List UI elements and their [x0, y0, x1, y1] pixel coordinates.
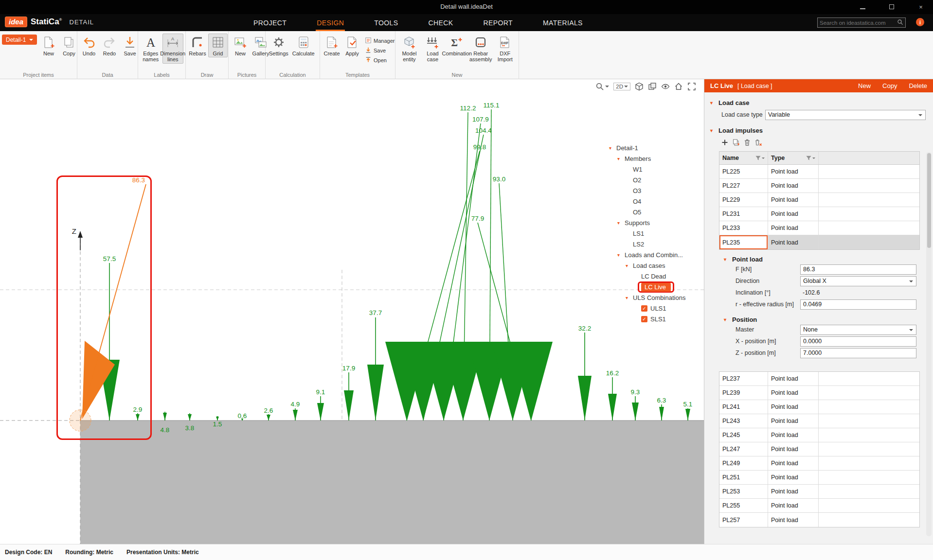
menu-check[interactable]: CHECK [427, 14, 454, 31]
chevron-down-icon[interactable]: ▾ [617, 252, 625, 258]
load-case-type-select[interactable]: Variable [765, 110, 926, 120]
point-load-9.3[interactable]: 9.3 [631, 388, 640, 420]
table-row-pl227[interactable]: PL227Point load [719, 179, 919, 193]
tree-item-uls1[interactable]: ✓ULS1 [603, 303, 704, 314]
minimize-icon[interactable] [856, 3, 869, 11]
point-load-2.6[interactable]: 2.6 [264, 407, 273, 420]
ribbon-combination-button[interactable]: ΣCombination [444, 34, 468, 64]
section-load-case[interactable]: ▾Load case [710, 98, 933, 107]
tree-item-uls-combinations[interactable]: ▾ULS Combinations [603, 292, 704, 303]
ribbon-grid-button[interactable]: Grid [208, 34, 228, 57]
chevron-down-icon[interactable]: ▾ [626, 263, 633, 268]
table-row-pl243[interactable]: PL243Point load [719, 414, 919, 428]
table-row-pl251[interactable]: PL251Point load [719, 471, 919, 485]
tree-item-ls1[interactable]: LS1 [603, 228, 704, 239]
table-row-pl257[interactable]: PL257Point load [719, 513, 919, 527]
fullscreen-icon[interactable] [687, 82, 696, 91]
axonometry-icon[interactable] [635, 82, 644, 91]
ribbon-manager-button[interactable]: Manager [365, 36, 395, 45]
delete-button[interactable]: Delete [909, 82, 927, 89]
tree-item-members[interactable]: ▾Members [603, 153, 704, 164]
table-row-pl237[interactable]: PL237Point load [719, 372, 919, 386]
table-row-pl225[interactable]: PL225Point load [719, 165, 919, 179]
table-row-pl245[interactable]: PL245Point load [719, 428, 919, 442]
ribbon-new-button[interactable]: New [39, 34, 58, 57]
point-load-6.3[interactable]: 6.3 [657, 397, 666, 420]
point-load-5.1[interactable]: 5.1 [683, 401, 693, 420]
checkbox-icon[interactable]: ✓ [641, 305, 647, 312]
delete-all-icon[interactable] [754, 139, 762, 148]
ribbon-copy-button[interactable]: Copy [59, 34, 79, 57]
ribbon-dxf-import-button[interactable]: DXFDXF Import [494, 34, 517, 64]
menu-design[interactable]: DESIGN [316, 14, 345, 31]
tree-item-w1[interactable]: W1 [603, 164, 704, 175]
menu-tools[interactable]: TOOLS [373, 14, 399, 31]
ribbon-calculate-button[interactable]: Calculate [291, 34, 316, 57]
search-icon[interactable] [897, 18, 903, 27]
z-position-m-input[interactable]: 7.0000 [800, 348, 916, 358]
delete-icon[interactable] [743, 139, 751, 148]
help-icon[interactable]: i [916, 18, 924, 26]
tree-item-sls1[interactable]: ✓SLS1 [603, 314, 704, 324]
point-load-0.6[interactable]: 0.6 [238, 412, 247, 420]
duplicate-icon[interactable] [732, 139, 740, 148]
search-input[interactable] [820, 20, 897, 26]
table-row-pl239[interactable]: PL239Point load [719, 386, 919, 400]
copy-button[interactable]: Copy [882, 82, 897, 89]
point-load-4.9[interactable]: 4.9 [291, 401, 300, 420]
point-load-1.5[interactable]: 1.5 [213, 416, 222, 428]
tree-item-loads-and-combin[interactable]: ▾Loads and Combin... [603, 249, 704, 260]
table-row-pl233[interactable]: PL233Point load [719, 221, 919, 235]
filter-icon[interactable] [806, 155, 815, 161]
zoom-all-icon[interactable] [674, 82, 683, 91]
tree-item-lc-dead[interactable]: LC Dead [603, 271, 704, 281]
f-kn-input[interactable]: 86.3 [800, 264, 916, 275]
table-row-pl241[interactable]: PL241Point load [719, 400, 919, 414]
point-load-2.9[interactable]: 2.9 [133, 406, 143, 420]
chevron-down-icon[interactable]: ▾ [626, 295, 633, 300]
visibility-icon[interactable] [661, 82, 670, 91]
table-row-pl235[interactable]: PL235Point load [719, 235, 919, 249]
direction-select[interactable]: Global X [800, 276, 916, 286]
ribbon-undo-button[interactable]: Undo [79, 34, 99, 57]
ribbon-save-button[interactable]: Save [120, 34, 140, 57]
scene-svg[interactable]: 57.52.94.83.81.50.62.64.99.117.937.732.2… [0, 79, 704, 544]
point-load-32.2[interactable]: 32.2 [578, 325, 592, 420]
ribbon-new-button[interactable]: New [231, 34, 250, 57]
tree-item-o2[interactable]: O2 [603, 175, 704, 185]
close-icon[interactable]: × [915, 3, 927, 11]
section-point-load[interactable]: ▾Point load [724, 255, 933, 263]
chevron-down-icon[interactable]: ▾ [617, 156, 625, 161]
table-row-pl253[interactable]: PL253Point load [719, 485, 919, 499]
table-row-pl229[interactable]: PL229Point load [719, 193, 919, 207]
search-box[interactable] [817, 18, 906, 28]
scrollbar-thumb[interactable] [927, 153, 931, 248]
point-load-57.5[interactable]: 57.5 [99, 255, 120, 420]
r-effective-radius-m-input[interactable]: 0.0469 [800, 299, 916, 310]
ribbon-load-case-button[interactable]: Load case [422, 34, 443, 64]
ribbon-save-button[interactable]: Save [365, 46, 395, 54]
ribbon-model-entity-button[interactable]: Model entity [397, 34, 421, 64]
view-2d-button[interactable]: 2D [613, 83, 630, 90]
column-name[interactable]: Name [719, 152, 768, 164]
point-load-37.7[interactable]: 37.7 [367, 309, 384, 420]
point-load-17.9[interactable]: 17.9 [342, 365, 355, 420]
x-position-m-input[interactable]: 0.0000 [800, 336, 916, 347]
new-button[interactable]: New [858, 82, 871, 89]
maximize-icon[interactable] [885, 3, 898, 11]
chevron-down-icon[interactable]: ▾ [617, 220, 625, 226]
ribbon-edges-names-button[interactable]: AEdges names [140, 34, 161, 64]
scenes-icon[interactable] [648, 82, 657, 91]
panel-scrollbar[interactable] [926, 152, 932, 536]
ribbon-dimension-lines-button[interactable]: ADimension lines [162, 34, 184, 64]
tree-item-ls2[interactable]: LS2 [603, 239, 704, 249]
table-row-pl247[interactable]: PL247Point load [719, 442, 919, 456]
checkbox-icon[interactable]: ✓ [641, 316, 647, 322]
detail-selector[interactable]: Detail-1 [2, 35, 37, 45]
zoom-tool-icon[interactable] [595, 82, 609, 91]
menu-report[interactable]: REPORT [482, 14, 514, 31]
tree-item-supports[interactable]: ▾Supports [603, 217, 704, 228]
tree-item-detail-1[interactable]: ▾Detail-1 [603, 142, 704, 153]
section-load-impulses[interactable]: ▾Load impulses [710, 126, 933, 135]
menu-materials[interactable]: MATERIALS [542, 14, 584, 31]
